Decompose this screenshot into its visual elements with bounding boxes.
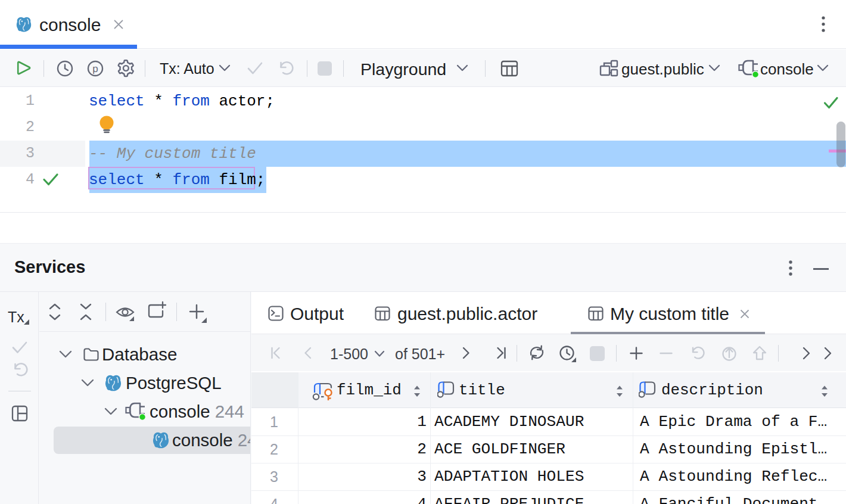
svg-text:p: p [92,63,98,74]
